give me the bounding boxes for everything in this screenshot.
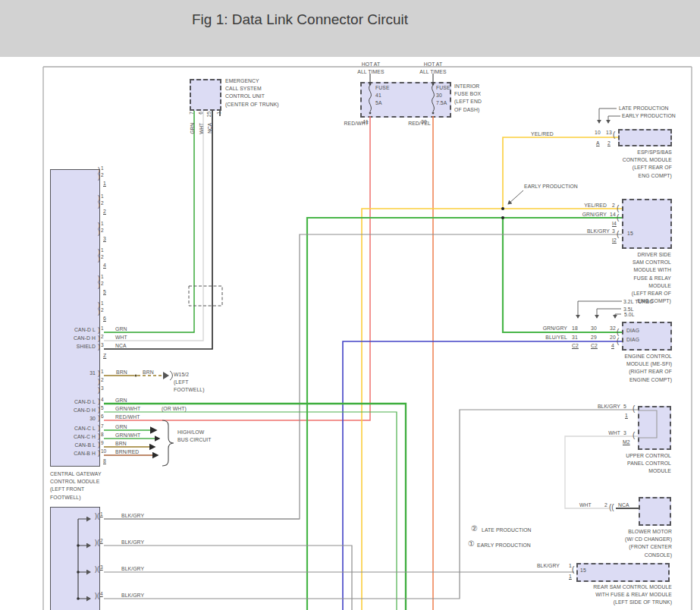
cgw-label-shield: SHIELD bbox=[53, 343, 96, 351]
wire-label-grn-7: GRN bbox=[115, 423, 127, 431]
fuse-41-bottom-dot bbox=[369, 112, 372, 115]
wire-label-grn-can: GRN bbox=[115, 325, 127, 333]
junction-dot bbox=[77, 544, 80, 547]
sam-ref-i4: I4 bbox=[612, 220, 617, 228]
cgw-connector-ref: 6 bbox=[103, 315, 106, 322]
cgw-connector-ref: 3 bbox=[103, 235, 106, 243]
cgw-pin: )6 bbox=[98, 414, 104, 421]
junction-dot bbox=[134, 374, 137, 376]
cgw-pin: )2 bbox=[98, 378, 104, 385]
wire-layer bbox=[0, 0, 700, 610]
esp-pin-13: 13 bbox=[606, 129, 612, 137]
wire-label-blk-gry-rearsam: BLK/GRY bbox=[532, 562, 560, 570]
ecm-ref-c2b: C2 bbox=[591, 342, 598, 350]
junction-dot bbox=[501, 216, 504, 219]
cgw-connector-ref-8: 8 bbox=[103, 458, 106, 465]
bottom-pin: )(3 bbox=[95, 565, 103, 572]
ecm-pin-bracket: ( bbox=[617, 338, 619, 345]
ecm-pin-31: 31 bbox=[572, 334, 578, 341]
hot-at-all-times-2: HOT AT ALL TIMES bbox=[416, 61, 450, 76]
cgw-pin: )7 bbox=[98, 424, 104, 431]
cgw-label-can-c-h: CAN-C H bbox=[53, 433, 96, 441]
wire-label-blk-gry-4: BLK/GRY bbox=[121, 592, 144, 599]
emergency-unit-label: EMERGENCY CALL SYSTEM CONTROL UNIT (CENT… bbox=[225, 77, 279, 108]
rearsam-module-label: REAR SAM CONTROL MODULE WITH FUSE & RELA… bbox=[581, 583, 672, 607]
cgw-pin: )2 bbox=[98, 308, 104, 315]
sam-inner-15: 15 bbox=[627, 230, 633, 237]
cgw-pin: )5 bbox=[98, 406, 104, 413]
cgw-pin: )4 bbox=[98, 398, 104, 404]
wire-grn-pin4 bbox=[104, 404, 406, 610]
wire-label-yel-red-sam: YEL/RED bbox=[573, 202, 607, 209]
ecm-pin-32: 32 bbox=[610, 325, 616, 332]
ecm-pin-20: 20 bbox=[610, 334, 616, 341]
ucp-pin-5: 5 bbox=[623, 403, 626, 410]
hot-at-all-times-1: HOT AT ALL TIMES bbox=[353, 61, 388, 76]
wire-label-red-wht: RED/WHT bbox=[338, 120, 369, 127]
legend-early-icon: ① bbox=[468, 540, 475, 548]
ucp-internal-link bbox=[638, 410, 657, 438]
bottom-pin: )(4 bbox=[95, 592, 103, 599]
wire-label-or-wht: (OR WHT) bbox=[162, 405, 187, 413]
wire-label-red-yel: RED/YEL bbox=[400, 120, 431, 127]
cgw-connector-ref: 4 bbox=[103, 262, 106, 269]
cgw-connector-ref: 5 bbox=[103, 288, 106, 296]
bus-brace bbox=[162, 420, 174, 466]
sam-pin-bracket: ( bbox=[617, 214, 619, 222]
cgw-pin: )2 bbox=[98, 201, 104, 208]
cgw-pin: )2 bbox=[98, 228, 104, 235]
wire-label-yel-red: YEL/RED bbox=[531, 130, 554, 138]
cgw-module-label: CENTRAL GATEWAY CONTROL MODULE (LEFT FRO… bbox=[50, 470, 102, 502]
bus-circuit-label: HIGH/LOW BUS CIRCUIT bbox=[177, 429, 212, 444]
wire-label-grn-4: GRN bbox=[115, 397, 127, 404]
wire-label-brn-9: BRN bbox=[115, 440, 127, 448]
wire-label-blk-gry-1: BLK/GRY bbox=[121, 512, 144, 520]
esp-late-label: LATE PRODUCTION bbox=[619, 105, 669, 112]
ground-symbol-arc bbox=[170, 371, 172, 380]
cgw-label-can-d-l2: CAN-D L bbox=[53, 398, 96, 406]
early-production-mid-arrow bbox=[508, 190, 523, 204]
esp-ref-a: A bbox=[596, 140, 600, 147]
wire-label-blk-gry-2: BLK/GRY bbox=[121, 539, 144, 546]
ecm-ref-c2a: C2 bbox=[572, 342, 579, 350]
wire-shield-emergency bbox=[104, 111, 212, 349]
esp-pin-10: 10 bbox=[595, 129, 601, 137]
wire-label-nca-can: NCA bbox=[115, 342, 127, 350]
wire-label-wht: WHT bbox=[199, 123, 204, 134]
cgw-pin: )8 bbox=[98, 432, 104, 439]
late-production-arrow bbox=[599, 108, 617, 123]
wire-label-red-wht-6: RED/WHT bbox=[115, 413, 140, 421]
fuse-30-icon bbox=[432, 85, 435, 112]
blower-pin-2: 2 bbox=[604, 502, 607, 509]
esp-early-label: EARLY PRODUCTION bbox=[622, 112, 676, 120]
emergency-pin-7: 7 bbox=[189, 112, 194, 115]
wire-label-brn-2: BRN bbox=[143, 369, 154, 376]
ecm-diag-2: DIAG bbox=[626, 336, 639, 344]
wire-label-nca: NCA bbox=[207, 123, 212, 134]
wire-label-wht-ucp: WHT bbox=[602, 429, 620, 437]
cgw-pin: )2 bbox=[98, 173, 104, 180]
wire-label-grn: GRN bbox=[190, 123, 195, 134]
esp-pin-bracket: ( bbox=[613, 131, 615, 139]
wire-wht-emergency bbox=[104, 111, 203, 341]
cgw-pin: )3 bbox=[98, 343, 104, 350]
wire-blk-gry-row2 bbox=[104, 546, 352, 610]
wire-label-nca-blower: NCA bbox=[618, 502, 629, 509]
fuse-41-label: FUSE 41 5A bbox=[375, 84, 390, 108]
emergency-pin-1: 1 bbox=[216, 112, 221, 115]
cgw-label-can-c-l: CAN-C L bbox=[53, 425, 96, 432]
ecm-pin-30: 30 bbox=[591, 325, 597, 332]
bottom-pin: )(1 bbox=[95, 512, 103, 519]
wire-label-wht-can: WHT bbox=[115, 334, 127, 341]
cgw-connector-ref: 2 bbox=[103, 208, 106, 215]
cgw-label-can-b-h: CAN-B H bbox=[53, 450, 96, 458]
wire-label-brn-red-10: BRN/RED bbox=[115, 448, 139, 456]
cgw-connector-ref: 1 bbox=[103, 180, 106, 187]
fuse-30-bottom-dot bbox=[432, 112, 435, 115]
ecm-pin-bracket: ( bbox=[617, 329, 619, 336]
cgw-label-can-d-l: CAN-D L bbox=[53, 326, 96, 334]
wire-label-grn-gry-ecm: GRN/GRY bbox=[532, 325, 567, 332]
sam-pin-2: 2 bbox=[612, 202, 615, 209]
legend-early-label: EARLY PRODUCTION bbox=[477, 542, 531, 549]
wire-label-blu-yel: BLU/YEL bbox=[532, 334, 567, 341]
